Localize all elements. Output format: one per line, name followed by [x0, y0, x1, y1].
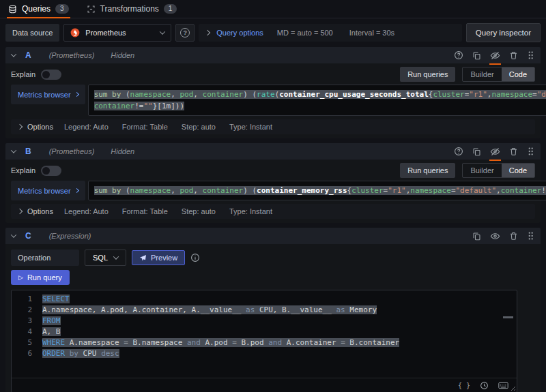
promql-query-input[interactable]: sum by (namespace, pod, container) (rate… — [88, 85, 546, 116]
query-options-bar[interactable]: Query options MD = auto = 500 Interval =… — [199, 24, 462, 42]
explain-toggle[interactable] — [41, 70, 61, 80]
rocket-icon — [139, 254, 147, 262]
max-datapoints-summary: MD = auto = 500 — [277, 29, 333, 37]
duplicate-query-icon[interactable] — [472, 147, 481, 156]
datasource-help-icon[interactable] — [454, 147, 463, 156]
editor-tabbar: Queries 3 Transformations 1 — [0, 0, 546, 18]
operation-row: Operation SQL Preview — [11, 250, 535, 266]
interval-summary: Interval = 30s — [349, 29, 394, 37]
collapse-chevron-icon — [11, 51, 16, 57]
query-header-actions — [454, 50, 534, 61]
tab-queries[interactable]: Queries 3 — [7, 0, 70, 18]
query-a-body: Explain Run queries Builder Code Metrics… — [5, 63, 541, 138]
toggle-knob — [42, 167, 50, 175]
explain-row: Explain Run queries Builder Code — [11, 67, 535, 82]
promql-query-input[interactable]: sum by (namespace, pod, container) (cont… — [88, 181, 546, 200]
play-icon: ▷ — [18, 274, 23, 281]
prometheus-icon — [70, 28, 80, 37]
line-number: 1 — [12, 294, 32, 305]
query-header-actions — [472, 231, 534, 241]
duplicate-query-icon[interactable] — [472, 51, 481, 60]
format-option: Format: Table — [122, 207, 168, 215]
query-hidden-label: Hidden — [111, 147, 134, 155]
query-ref: C — [25, 231, 31, 241]
run-queries-button[interactable]: Run queries — [400, 163, 455, 178]
format-option: Format: Table — [122, 123, 168, 131]
explain-row: Explain Run queries Builder Code — [11, 163, 535, 178]
eye-slash-icon[interactable] — [490, 147, 500, 157]
tab-queries-label: Queries — [22, 4, 51, 14]
toggle-knob — [42, 71, 50, 78]
eye-icon[interactable] — [490, 231, 500, 241]
transformations-count-badge: 1 — [164, 4, 177, 14]
trash-icon[interactable] — [509, 147, 518, 156]
query-options-collapsed[interactable]: Options Legend: Auto Format: Table Step:… — [11, 204, 535, 219]
chevron-down-icon — [113, 254, 119, 259]
chevron-down-icon — [160, 29, 165, 34]
preview-button[interactable]: Preview — [132, 250, 185, 265]
expression-row-c: C (Expression) Operation SQL — [5, 228, 541, 392]
expression-c-header[interactable]: C (Expression) — [5, 228, 541, 244]
metrics-browser-button[interactable]: Metrics browser — [11, 85, 85, 104]
drag-handle-icon[interactable] — [527, 50, 534, 60]
query-datasource-type: (Prometheus) — [49, 147, 95, 155]
query-header-actions — [454, 147, 534, 157]
explain-toggle[interactable] — [41, 166, 61, 176]
sql-line: 5 WHERE A.namespace = B.namespace and A.… — [12, 337, 517, 348]
drag-handle-icon[interactable] — [527, 231, 534, 241]
line-number: 5 — [12, 337, 32, 348]
datasource-help-icon[interactable] — [454, 50, 463, 60]
query-options-collapsed[interactable]: Options Legend: Auto Format: Table Step:… — [11, 119, 535, 134]
sql-code: FROM — [42, 316, 61, 327]
query-b-header[interactable]: B (Prometheus) Hidden — [5, 143, 541, 160]
datasource-help-button[interactable]: ? — [175, 24, 195, 42]
query-hidden-label: Hidden — [111, 51, 134, 59]
legend-option: Legend: Auto — [64, 207, 109, 215]
line-number: 2 — [12, 305, 32, 316]
resize-handle[interactable] — [509, 385, 515, 391]
operation-select[interactable]: SQL — [85, 250, 126, 266]
code-mode-option[interactable]: Code — [502, 67, 534, 81]
duplicate-query-icon[interactable] — [472, 232, 481, 241]
query-a-header[interactable]: A (Prometheus) Hidden — [5, 47, 541, 63]
sql-line: 2 A.namespace, A.pod, A.container, A.__v… — [12, 305, 517, 316]
transform-icon — [87, 5, 96, 14]
chevron-right-icon — [205, 30, 210, 35]
collapse-chevron-icon — [11, 232, 16, 237]
run-query-button[interactable]: ▷ Run query — [11, 270, 70, 285]
metrics-browser-label: Metrics browser — [18, 187, 71, 195]
run-query-label: Run query — [27, 273, 62, 282]
sql-code-editor[interactable]: 1 SELECT 2 A.namespace, A.pod, A.contain… — [12, 290, 517, 378]
history-icon[interactable] — [480, 381, 489, 390]
sql-code: A, B — [42, 327, 61, 337]
line-number: 3 — [12, 316, 32, 327]
tab-transformations[interactable]: Transformations 1 — [85, 0, 179, 18]
chevron-right-icon — [74, 92, 79, 97]
editor-mode-switch: Builder Code — [462, 163, 535, 178]
braces-icon[interactable]: { } — [458, 382, 470, 389]
keyboard-icon[interactable] — [498, 382, 508, 389]
metrics-browser-button[interactable]: Metrics browser — [11, 181, 85, 200]
sql-editor-container: 1 SELECT 2 A.namespace, A.pod, A.contain… — [11, 290, 517, 392]
code-mode-option[interactable]: Code — [502, 164, 534, 177]
trash-icon[interactable] — [509, 232, 518, 241]
builder-mode-option[interactable]: Builder — [463, 67, 501, 81]
type-option: Type: Instant — [229, 123, 272, 131]
scrollbar-marker[interactable] — [503, 316, 513, 318]
question-circle-icon: ? — [180, 28, 190, 37]
promql-editor-row: Metrics browser sum by (namespace, pod, … — [11, 181, 535, 200]
trash-icon[interactable] — [509, 51, 518, 60]
sql-line: 1 SELECT — [12, 294, 517, 305]
info-circle-icon[interactable] — [190, 253, 200, 262]
query-inspector-button[interactable]: Query inspector — [466, 23, 541, 42]
run-queries-button[interactable]: Run queries — [400, 67, 455, 82]
sql-line: 4 A, B — [12, 327, 517, 337]
eye-slash-icon[interactable] — [490, 50, 500, 61]
builder-mode-option[interactable]: Builder — [463, 164, 501, 177]
explain-label: Explain — [11, 70, 35, 78]
datasource-picker[interactable]: Prometheus — [63, 24, 171, 42]
collapse-chevron-icon — [11, 147, 16, 153]
options-label: Options — [27, 123, 53, 131]
drag-handle-icon[interactable] — [527, 147, 534, 156]
promql-line: container!=""}[1m])) — [94, 100, 546, 112]
